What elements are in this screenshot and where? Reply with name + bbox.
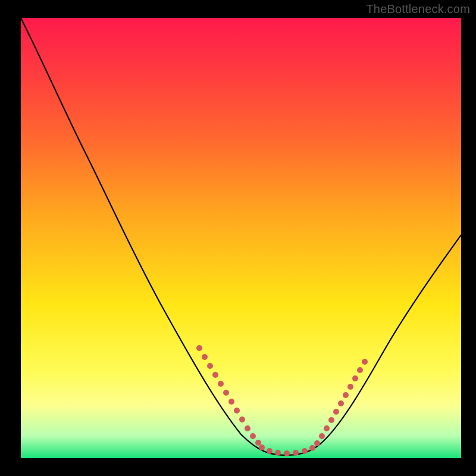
svg-point-6 bbox=[228, 399, 234, 405]
svg-point-26 bbox=[347, 384, 353, 390]
svg-point-16 bbox=[293, 450, 299, 456]
svg-point-23 bbox=[333, 409, 339, 415]
svg-point-29 bbox=[362, 359, 368, 365]
svg-point-24 bbox=[338, 400, 344, 406]
svg-point-28 bbox=[357, 367, 363, 373]
svg-point-5 bbox=[223, 390, 229, 396]
svg-point-14 bbox=[275, 450, 281, 456]
svg-point-3 bbox=[212, 372, 218, 378]
svg-point-27 bbox=[352, 375, 358, 381]
svg-point-21 bbox=[324, 425, 330, 431]
svg-point-20 bbox=[319, 433, 325, 439]
svg-point-11 bbox=[255, 440, 261, 446]
svg-point-9 bbox=[245, 425, 250, 431]
svg-point-4 bbox=[218, 381, 224, 387]
svg-point-19 bbox=[314, 440, 320, 446]
svg-point-22 bbox=[328, 417, 334, 423]
highlight-right-dots bbox=[314, 359, 368, 446]
plot-area bbox=[21, 18, 461, 458]
svg-point-2 bbox=[207, 363, 213, 369]
svg-point-13 bbox=[267, 448, 273, 454]
svg-point-25 bbox=[343, 392, 349, 398]
svg-point-7 bbox=[234, 408, 240, 414]
chart-frame: TheBottleneck.com bbox=[0, 0, 476, 476]
svg-point-8 bbox=[239, 416, 245, 422]
highlight-bottom-dots bbox=[259, 444, 315, 456]
watermark-text: TheBottleneck.com bbox=[366, 2, 470, 16]
svg-point-17 bbox=[302, 448, 308, 454]
svg-point-18 bbox=[309, 445, 315, 451]
svg-point-15 bbox=[284, 450, 290, 456]
svg-point-10 bbox=[250, 433, 256, 439]
curve-path bbox=[21, 18, 461, 455]
svg-point-1 bbox=[202, 354, 208, 360]
svg-point-12 bbox=[259, 444, 265, 450]
svg-point-0 bbox=[196, 345, 202, 351]
chart-svg bbox=[21, 18, 461, 458]
highlight-left-dots bbox=[196, 345, 261, 446]
